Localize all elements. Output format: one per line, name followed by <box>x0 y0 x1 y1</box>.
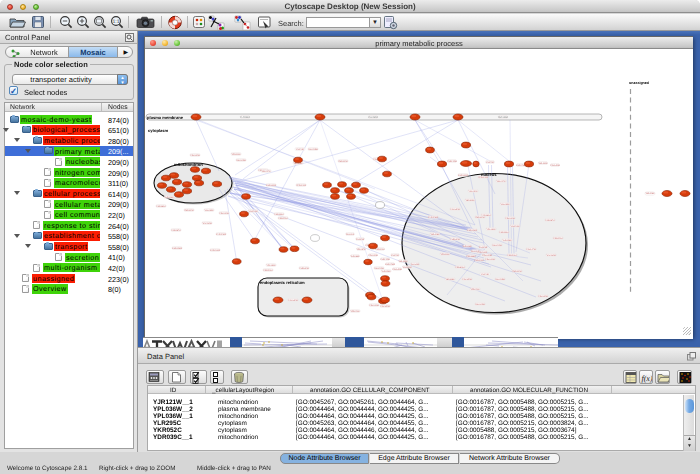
svg-text:YML120C: YML120C <box>398 260 408 263</box>
svg-text:YGR192C: YGR192C <box>499 231 509 234</box>
svg-text:YKL141W: YKL141W <box>550 164 559 167</box>
svg-text:mitochondrion: mitochondrion <box>174 162 203 167</box>
svg-text:YGR240C: YGR240C <box>156 205 166 208</box>
svg-text:YNR001C: YNR001C <box>375 248 385 251</box>
svg-text:YAL038W: YAL038W <box>202 222 211 225</box>
svg-text:YML004C: YML004C <box>645 192 655 195</box>
svg-text:YGR254W: YGR254W <box>467 229 477 232</box>
svg-text:YHR174W: YHR174W <box>216 233 226 236</box>
svg-text:endoplasmic reticulum: endoplasmic reticulum <box>260 280 305 285</box>
svg-text:YNL037C: YNL037C <box>496 180 506 183</box>
svg-text:unassigned: unassigned <box>629 81 649 85</box>
svg-text:f(x): f(x) <box>641 374 652 383</box>
svg-text:YGL253W: YGL253W <box>492 244 502 247</box>
svg-text:YCL040W: YCL040W <box>450 208 460 211</box>
svg-text:YDR502C: YDR502C <box>507 254 517 257</box>
svg-text:YIL125W: YIL125W <box>356 238 365 241</box>
svg-text:YMR205C: YMR205C <box>475 216 485 219</box>
svg-text:YDL022W: YDL022W <box>219 212 229 215</box>
svg-text:YAL038W: YAL038W <box>546 254 555 257</box>
svg-text:YDL021W: YDL021W <box>369 304 379 307</box>
svg-text:YIL155C: YIL155C <box>486 161 495 164</box>
svg-text:YCL040W: YCL040W <box>288 299 298 302</box>
svg-text:YML120C: YML120C <box>538 162 548 165</box>
svg-text:YLR304C: YLR304C <box>462 245 472 248</box>
svg-text:YPL281C: YPL281C <box>267 264 276 267</box>
svg-text:YBR196C: YBR196C <box>498 116 509 119</box>
svg-text:YLR354C: YLR354C <box>381 270 391 273</box>
svg-text:YIL125W: YIL125W <box>479 246 488 249</box>
svg-text:YMR105C: YMR105C <box>512 270 522 273</box>
svg-text:YLR180W: YLR180W <box>299 267 309 270</box>
svg-text:nucleus: nucleus <box>481 172 497 177</box>
svg-text:cytoplasm: cytoplasm <box>148 128 169 133</box>
svg-text:YLR180W: YLR180W <box>450 238 460 241</box>
svg-text:YDL066W: YDL066W <box>190 154 200 157</box>
svg-text:YJL200C: YJL200C <box>346 233 355 236</box>
svg-text:YKL060C: YKL060C <box>469 190 478 193</box>
svg-text:YOL086C: YOL086C <box>500 203 510 206</box>
svg-text:YGR254W: YGR254W <box>172 247 182 250</box>
svg-text:YHR174W: YHR174W <box>428 216 438 219</box>
svg-text:YKL127W: YKL127W <box>526 248 535 251</box>
svg-text:YOR136W: YOR136W <box>266 184 276 187</box>
svg-text:YNL037C: YNL037C <box>261 170 271 173</box>
svg-text:1:1: 1:1 <box>113 19 120 25</box>
svg-text:YOL058W: YOL058W <box>495 278 505 281</box>
svg-text:YLR174W: YLR174W <box>380 258 390 261</box>
svg-text:YLR044C: YLR044C <box>350 255 360 258</box>
svg-text:YBR196C: YBR196C <box>465 199 475 202</box>
svg-text:YIL074C: YIL074C <box>296 148 305 151</box>
svg-text:YGL062W: YGL062W <box>236 159 246 162</box>
svg-text:YKL060C: YKL060C <box>368 116 379 119</box>
svg-text:YPL281C: YPL281C <box>487 228 496 231</box>
svg-text:YLR174W: YLR174W <box>447 160 457 163</box>
svg-text:YOL086C: YOL086C <box>204 209 214 212</box>
svg-text:YOR136W: YOR136W <box>458 174 468 177</box>
svg-text:YLR354C: YLR354C <box>502 239 512 242</box>
svg-text:YGR192C: YGR192C <box>274 213 284 216</box>
svg-text:YOR347C: YOR347C <box>171 229 181 232</box>
svg-text:YFR053C: YFR053C <box>470 288 480 291</box>
svg-text:YDR402C: YDR402C <box>455 266 465 269</box>
svg-text:YDL021W: YDL021W <box>485 258 495 261</box>
svg-text:YIL074C: YIL074C <box>481 273 490 276</box>
svg-text:YDL022W: YDL022W <box>505 217 515 220</box>
svg-text:YOR374W: YOR374W <box>385 263 395 266</box>
svg-text:YBR218C: YBR218C <box>445 278 455 281</box>
svg-text:YKL141W: YKL141W <box>392 268 401 271</box>
svg-text:YJL052W: YJL052W <box>510 225 519 228</box>
svg-text:YML004C: YML004C <box>430 233 440 236</box>
svg-text:YLR044C: YLR044C <box>240 116 251 119</box>
svg-text:YEL047C: YEL047C <box>357 248 366 251</box>
svg-text:YDL066W: YDL066W <box>538 295 548 298</box>
svg-text:YPL262W: YPL262W <box>368 254 377 257</box>
svg-text:YJL045W: YJL045W <box>402 266 411 269</box>
svg-text:YOR347C: YOR347C <box>545 219 555 222</box>
svg-text:YGL062W: YGL062W <box>475 303 485 306</box>
svg-text:YOL058W: YOL058W <box>308 148 318 151</box>
svg-text:YJL200C: YJL200C <box>471 250 480 253</box>
svg-text:YLL041C: YLL041C <box>411 263 420 266</box>
svg-text:YLR304C: YLR304C <box>164 196 174 199</box>
svg-text:YDR050C: YDR050C <box>278 217 288 220</box>
svg-text:YFR053C: YFR053C <box>350 310 360 313</box>
svg-text:YCR012W: YCR012W <box>210 249 220 252</box>
svg-text:YDR050C: YDR050C <box>553 237 563 240</box>
svg-text:YDR502C: YDR502C <box>263 269 273 272</box>
svg-text:YDR148C: YDR148C <box>466 255 476 258</box>
svg-text:YJL052W: YJL052W <box>248 210 257 213</box>
svg-text:YIL155C: YIL155C <box>391 254 400 257</box>
svg-text:YPL262W: YPL262W <box>482 254 491 257</box>
svg-text:YER091C: YER091C <box>440 253 450 256</box>
svg-text:YER091C: YER091C <box>231 153 241 156</box>
svg-text:YKL085W: YKL085W <box>462 278 471 281</box>
svg-text:plasma membrane: plasma membrane <box>147 115 184 120</box>
svg-text:YKL085W: YKL085W <box>380 305 389 308</box>
svg-text:YNR001C: YNR001C <box>474 259 484 262</box>
svg-text:YMR205C: YMR205C <box>184 209 194 212</box>
svg-text:YPR001W: YPR001W <box>296 184 306 187</box>
svg-text:YMR105C: YMR105C <box>338 160 348 163</box>
